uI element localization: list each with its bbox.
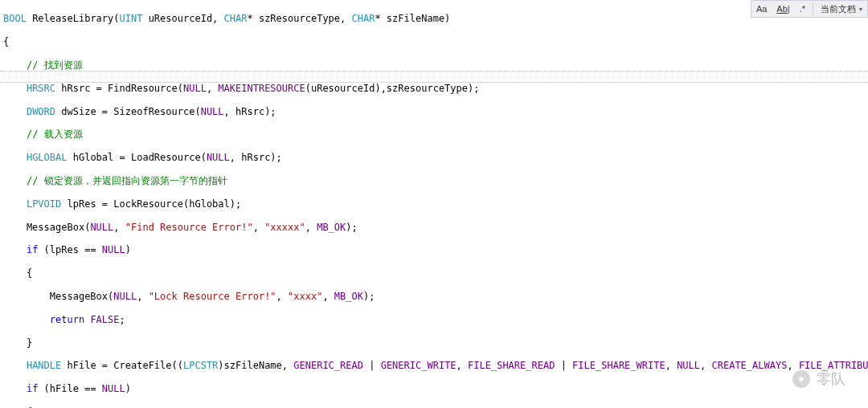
- code-line[interactable]: {: [3, 267, 865, 279]
- code-line[interactable]: HRSRC hRsrc = FindResource(NULL, MAKEINT…: [3, 83, 865, 94]
- code-line[interactable]: MessageBox(NULL, "Find Resource Error!",…: [3, 222, 865, 233]
- code-line[interactable]: }: [3, 337, 865, 349]
- code-line[interactable]: // 锁定资源，并返回指向资源第一字节的指针: [3, 175, 865, 186]
- chevron-down-icon: ▾: [859, 6, 862, 13]
- code-line[interactable]: DWORD dwSize = SizeofResource(NULL, hRsr…: [3, 106, 865, 117]
- code-line[interactable]: BOOL ReleaseLibrary(UINT uResourceId, CH…: [3, 13, 865, 24]
- code-line[interactable]: LPVOID lpRes = LockResource(hGlobal);: [3, 198, 865, 210]
- code-line[interactable]: // 找到资源: [3, 59, 865, 71]
- code-line[interactable]: HGLOBAL hGlobal = LoadResource(NULL, hRs…: [3, 152, 865, 163]
- code-line[interactable]: MessageBox(NULL, "Lock Resource Error!",…: [3, 291, 865, 302]
- code-line[interactable]: return FALSE;: [3, 314, 865, 325]
- code-line[interactable]: if (hFile == NULL): [3, 383, 865, 394]
- code-line[interactable]: if (lpRes == NULL): [3, 244, 865, 255]
- code-line[interactable]: HANDLE hFile = CreateFile((LPCSTR)szFile…: [3, 360, 865, 371]
- code-editor[interactable]: BOOL ReleaseLibrary(UINT uResourceId, CH…: [0, 0, 868, 408]
- code-line[interactable]: {: [3, 36, 865, 47]
- code-line[interactable]: // 载入资源: [3, 129, 865, 140]
